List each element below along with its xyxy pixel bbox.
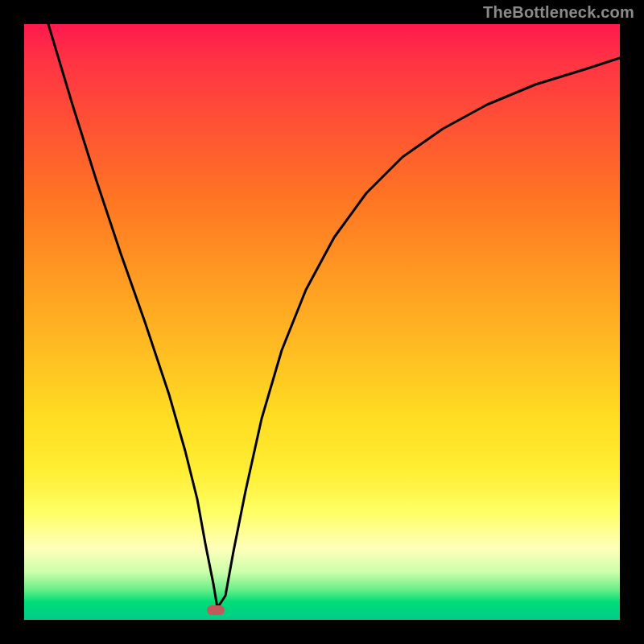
- chart-frame: TheBottleneck.com: [0, 0, 644, 644]
- curve-path: [48, 24, 620, 608]
- plot-area: [24, 24, 620, 620]
- optimal-marker: [207, 605, 225, 615]
- bottleneck-curve: [24, 24, 620, 620]
- watermark-text: TheBottleneck.com: [483, 3, 634, 22]
